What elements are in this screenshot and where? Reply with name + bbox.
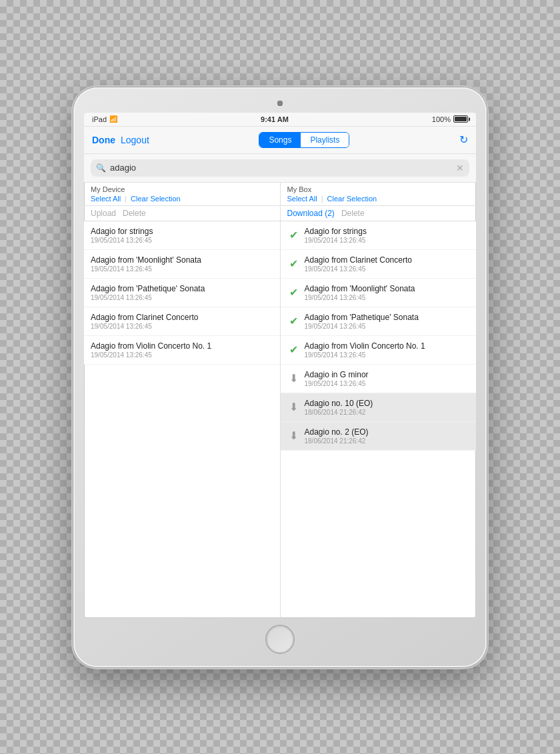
left-list-item[interactable]: Adagio from 'Moonlight' Sonata 19/05/201… <box>84 250 280 279</box>
home-button[interactable] <box>265 625 295 654</box>
list-item-title: Adagio from 'Pathetique' Sonata <box>305 313 470 322</box>
download-button[interactable]: Download (2) <box>287 209 335 218</box>
list-item-text: Adagio from Clarinet Concerto 19/05/2014… <box>305 255 470 273</box>
left-clear-selection-button[interactable]: Clear Selection <box>131 195 181 203</box>
right-list-item[interactable]: ✔ Adagio for strings 19/05/2014 13:26:45 <box>281 221 477 250</box>
battery-icon <box>453 115 468 123</box>
right-list-item[interactable]: ✔ Adagio from Clarinet Concerto 19/05/20… <box>281 250 477 279</box>
right-delete-button: Delete <box>341 209 365 218</box>
right-list-item[interactable]: ⬇ Adagio no. 10 (EO) 18/06/2014 21:26:42 <box>281 393 477 422</box>
list-item-title: Adagio from Clarinet Concerto <box>305 255 470 265</box>
download-icon: ⬇ <box>287 429 301 442</box>
right-col-actions: Select All | Clear Selection <box>287 195 470 203</box>
downloaded-icon: ✔ <box>287 343 301 356</box>
list-item-title: Adagio from Violin Concerto No. 1 <box>305 341 470 351</box>
nav-center: Songs Playlists <box>155 132 454 148</box>
list-item-title: Adagio for strings <box>305 227 470 236</box>
status-left: iPad 📶 <box>92 115 117 123</box>
list-item-date: 19/05/2014 13:26:45 <box>305 323 470 330</box>
ops-right: Download (2) Delete <box>281 206 477 221</box>
right-section-title: My Box <box>287 185 470 193</box>
left-action-sep: | <box>125 195 127 203</box>
status-bar: iPad 📶 9:41 AM 100% <box>84 113 476 127</box>
right-action-sep: | <box>321 195 323 203</box>
nav-bar: Done Logout Songs Playlists ↻ <box>84 127 476 154</box>
list-item-date: 19/05/2014 13:26:45 <box>305 351 470 359</box>
logout-button[interactable]: Logout <box>121 135 149 145</box>
list-item-text: Adagio from Violin Concerto No. 1 19/05/… <box>91 341 273 359</box>
refresh-button[interactable]: ↻ <box>459 133 468 146</box>
left-list-item[interactable]: Adagio from 'Pathetique' Sonata 19/05/20… <box>84 279 280 307</box>
downloaded-icon: ✔ <box>287 229 301 241</box>
list-item-text: Adagio for strings 19/05/2014 13:26:45 <box>305 227 470 244</box>
wifi-icon: 📶 <box>109 115 117 123</box>
list-item-title: Adagio from Clarinet Concerto <box>91 313 273 322</box>
status-time: 9:41 AM <box>261 115 289 123</box>
camera <box>277 101 283 106</box>
list-item-date: 19/05/2014 13:26:45 <box>305 237 470 244</box>
columns-header: My Device Select All | Clear Selection M… <box>84 183 476 206</box>
list-item-text: Adagio from Violin Concerto No. 1 19/05/… <box>305 341 470 359</box>
list-item-text: Adagio from 'Moonlight' Sonata 19/05/201… <box>91 255 273 273</box>
right-list-item[interactable]: ✔ Adagio from 'Moonlight' Sonata 19/05/2… <box>281 279 477 307</box>
list-item-title: Adagio from Violin Concerto No. 1 <box>91 341 273 351</box>
search-clear-button[interactable]: ✕ <box>456 163 464 173</box>
right-clear-selection-button[interactable]: Clear Selection <box>327 195 377 203</box>
downloaded-icon: ✔ <box>287 257 301 270</box>
list-item-text: Adagio no. 2 (EO) 18/06/2014 21:26:42 <box>305 427 470 445</box>
right-list-item[interactable]: ✔ Adagio from 'Pathetique' Sonata 19/05/… <box>281 307 477 336</box>
battery-fill <box>455 117 467 121</box>
carrier-label: iPad <box>92 115 107 123</box>
list-item-text: Adagio in G minor 19/05/2014 13:26:45 <box>305 370 470 387</box>
right-list-item[interactable]: ⬇ Adagio no. 2 (EO) 18/06/2014 21:26:42 <box>281 422 477 451</box>
list-item-date: 19/05/2014 13:26:45 <box>91 237 273 244</box>
ops-left: Upload Delete <box>84 206 281 221</box>
search-icon: 🔍 <box>96 163 106 173</box>
tab-playlists[interactable]: Playlists <box>301 133 349 147</box>
ipad-screen: iPad 📶 9:41 AM 100% Done Logout Songs Pl… <box>84 113 476 618</box>
left-select-all-button[interactable]: Select All <box>91 195 121 203</box>
battery-label: 100% <box>432 115 451 123</box>
tab-songs[interactable]: Songs <box>259 133 301 147</box>
downloaded-icon: ✔ <box>287 286 301 299</box>
left-list: Adagio for strings 19/05/2014 13:26:45 A… <box>84 221 281 618</box>
list-item-date: 19/05/2014 13:26:45 <box>305 265 470 273</box>
content-area: Adagio for strings 19/05/2014 13:26:45 A… <box>84 221 476 618</box>
download-icon: ⬇ <box>287 401 301 413</box>
search-input-wrap: 🔍 ✕ <box>91 159 469 177</box>
left-col-actions: Select All | Clear Selection <box>91 195 273 203</box>
list-item-date: 19/05/2014 13:26:45 <box>91 323 273 330</box>
list-item-text: Adagio from 'Pathetique' Sonata 19/05/20… <box>305 313 470 330</box>
list-item-text: Adagio from 'Moonlight' Sonata 19/05/201… <box>305 284 470 301</box>
left-list-item[interactable]: Adagio from Violin Concerto No. 1 19/05/… <box>84 336 280 365</box>
download-icon: ⬇ <box>287 372 301 385</box>
list-item-title: Adagio no. 2 (EO) <box>305 427 470 437</box>
right-select-all-button[interactable]: Select All <box>287 195 317 203</box>
list-item-date: 19/05/2014 13:26:45 <box>91 265 273 273</box>
right-col-header: My Box Select All | Clear Selection <box>281 183 477 205</box>
search-bar: 🔍 ✕ <box>84 154 476 183</box>
list-item-date: 19/05/2014 13:26:45 <box>305 380 470 387</box>
left-section-title: My Device <box>91 185 273 193</box>
nav-left: Done Logout <box>92 135 149 145</box>
list-item-title: Adagio in G minor <box>305 370 470 379</box>
left-list-item[interactable]: Adagio from Clarinet Concerto 19/05/2014… <box>84 307 280 336</box>
right-list: ✔ Adagio for strings 19/05/2014 13:26:45… <box>281 221 477 618</box>
left-col-header: My Device Select All | Clear Selection <box>84 183 281 205</box>
nav-right: ↻ <box>459 133 468 146</box>
list-item-text: Adagio for strings 19/05/2014 13:26:45 <box>91 227 273 244</box>
left-delete-button: Delete <box>123 209 146 218</box>
right-list-item[interactable]: ⬇ Adagio in G minor 19/05/2014 13:26:45 <box>281 365 477 393</box>
status-right: 100% <box>432 115 468 123</box>
list-item-title: Adagio no. 10 (EO) <box>305 399 470 408</box>
list-item-text: Adagio from 'Pathetique' Sonata 19/05/20… <box>91 284 273 301</box>
right-list-item[interactable]: ✔ Adagio from Violin Concerto No. 1 19/0… <box>281 336 477 365</box>
list-item-title: Adagio from 'Pathetique' Sonata <box>91 284 273 293</box>
ipad-device: iPad 📶 9:41 AM 100% Done Logout Songs Pl… <box>73 87 487 667</box>
list-item-date: 19/05/2014 13:26:45 <box>91 294 273 301</box>
list-item-title: Adagio from 'Moonlight' Sonata <box>91 255 273 265</box>
search-input[interactable] <box>110 163 452 173</box>
list-item-date: 19/05/2014 13:26:45 <box>91 351 273 359</box>
done-button[interactable]: Done <box>92 135 115 145</box>
left-list-item[interactable]: Adagio for strings 19/05/2014 13:26:45 <box>84 221 280 250</box>
